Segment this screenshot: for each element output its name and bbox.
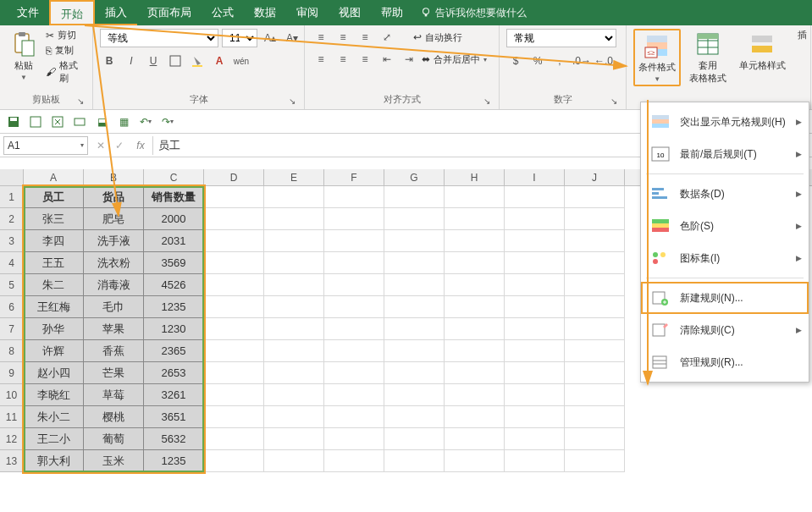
cell[interactable]: 肥皂 — [84, 208, 144, 230]
conditional-formatting-button[interactable]: ≤≥ 条件格式 ▼ — [633, 29, 681, 86]
cell[interactable] — [384, 186, 445, 208]
cell[interactable] — [264, 406, 324, 428]
cell[interactable] — [505, 208, 565, 230]
dialog-launcher-icon[interactable]: ↘ — [77, 96, 84, 106]
menu-manage-rules[interactable]: 管理规则(R)... — [641, 346, 809, 378]
cell[interactable] — [565, 230, 625, 252]
menu-icon-sets[interactable]: 图标集(I) — [641, 242, 809, 274]
cell[interactable] — [565, 274, 625, 296]
cell[interactable] — [324, 406, 384, 428]
cell[interactable] — [384, 208, 445, 230]
qat-btn-2[interactable] — [27, 113, 44, 130]
menu-top-bottom-rules[interactable]: 10 最前/最后规则(T) — [641, 138, 809, 170]
cell[interactable]: 货品 — [84, 186, 144, 208]
cell[interactable] — [565, 208, 625, 230]
cell[interactable]: 香蕉 — [84, 340, 144, 362]
merge-center-button[interactable]: ⬌合并后居中▾ — [422, 53, 487, 66]
cell[interactable]: 樱桃 — [84, 406, 144, 428]
row-header[interactable]: 3 — [0, 230, 24, 252]
cell[interactable]: 5632 — [144, 428, 204, 450]
cell[interactable] — [445, 296, 505, 318]
column-header-C[interactable]: C — [144, 169, 204, 185]
cell[interactable] — [505, 428, 565, 450]
cell[interactable] — [445, 208, 505, 230]
row-header[interactable]: 6 — [0, 296, 24, 318]
tab-review[interactable]: 审阅 — [286, 0, 329, 25]
cell[interactable] — [384, 406, 445, 428]
cell[interactable] — [565, 428, 625, 450]
cell[interactable] — [505, 340, 565, 362]
align-bottom-button[interactable]: ≡ — [356, 29, 374, 46]
cell[interactable] — [264, 450, 324, 472]
cell[interactable] — [445, 318, 505, 340]
number-format-select[interactable]: 常规 — [506, 29, 616, 47]
redo-button[interactable]: ↷▾ — [159, 113, 176, 130]
cell[interactable] — [505, 186, 565, 208]
row-header[interactable]: 8 — [0, 340, 24, 362]
cell[interactable]: 消毒液 — [84, 274, 144, 296]
cell[interactable]: 葡萄 — [84, 428, 144, 450]
fx-icon[interactable]: fx — [129, 140, 152, 151]
decrease-decimal-button[interactable]: ←.0 — [594, 52, 613, 69]
align-top-button[interactable]: ≡ — [312, 29, 330, 46]
menu-new-rule[interactable]: 新建规则(N)... — [641, 282, 809, 314]
cell[interactable] — [445, 340, 505, 362]
cell[interactable]: 2031 — [144, 230, 204, 252]
cell[interactable] — [264, 252, 324, 274]
cell[interactable] — [204, 208, 264, 230]
tab-view[interactable]: 视图 — [329, 0, 371, 25]
cell[interactable] — [384, 428, 445, 450]
cell[interactable] — [505, 274, 565, 296]
enter-formula-button[interactable]: ✓ — [110, 140, 129, 151]
cell[interactable] — [565, 362, 625, 384]
cell[interactable] — [384, 318, 445, 340]
phonetic-button[interactable]: wén — [232, 52, 251, 69]
cell[interactable] — [264, 340, 324, 362]
cell[interactable]: 孙华 — [24, 318, 84, 340]
cell[interactable] — [324, 186, 384, 208]
tab-insert[interactable]: 插入 — [95, 0, 137, 25]
row-header[interactable]: 12 — [0, 428, 24, 450]
cell[interactable] — [505, 406, 565, 428]
cell[interactable]: 洗衣粉 — [84, 252, 144, 274]
cell[interactable] — [445, 186, 505, 208]
cell[interactable] — [264, 318, 324, 340]
format-as-table-button[interactable]: 套用 表格格式 — [686, 29, 730, 86]
cell[interactable] — [565, 318, 625, 340]
cell[interactable] — [204, 230, 264, 252]
row-header[interactable]: 7 — [0, 318, 24, 340]
cell[interactable] — [445, 450, 505, 472]
cell[interactable] — [384, 340, 445, 362]
cell[interactable] — [565, 384, 625, 406]
tab-file[interactable]: 文件 — [7, 0, 49, 25]
cell[interactable] — [204, 362, 264, 384]
cell[interactable] — [264, 274, 324, 296]
select-all-triangle[interactable] — [0, 169, 24, 185]
column-header-G[interactable]: G — [384, 169, 445, 185]
align-middle-button[interactable]: ≡ — [334, 29, 352, 46]
cell[interactable] — [505, 450, 565, 472]
menu-data-bars[interactable]: 数据条(D) — [641, 178, 809, 210]
cell[interactable]: 苹果 — [84, 318, 144, 340]
row-header[interactable]: 9 — [0, 362, 24, 384]
cell[interactable] — [445, 274, 505, 296]
save-button[interactable] — [5, 113, 22, 130]
cell[interactable] — [505, 384, 565, 406]
row-header[interactable]: 5 — [0, 274, 24, 296]
orientation-button[interactable]: ⤢ — [378, 29, 396, 46]
row-header[interactable]: 11 — [0, 406, 24, 428]
cell[interactable] — [324, 252, 384, 274]
dialog-launcher-icon[interactable]: ↘ — [289, 96, 296, 106]
bold-button[interactable]: B — [100, 52, 119, 69]
cell[interactable] — [505, 362, 565, 384]
dialog-launcher-icon[interactable]: ↘ — [610, 96, 617, 106]
font-name-select[interactable]: 等线 — [100, 29, 218, 47]
dialog-launcher-icon[interactable]: ↘ — [483, 96, 490, 106]
cell[interactable] — [324, 296, 384, 318]
tab-formulas[interactable]: 公式 — [202, 0, 244, 25]
increase-decimal-button[interactable]: .0→ — [572, 52, 591, 69]
row-header[interactable]: 10 — [0, 384, 24, 406]
cell[interactable] — [324, 428, 384, 450]
tab-page-layout[interactable]: 页面布局 — [137, 0, 202, 25]
cell[interactable]: 张三 — [24, 208, 84, 230]
